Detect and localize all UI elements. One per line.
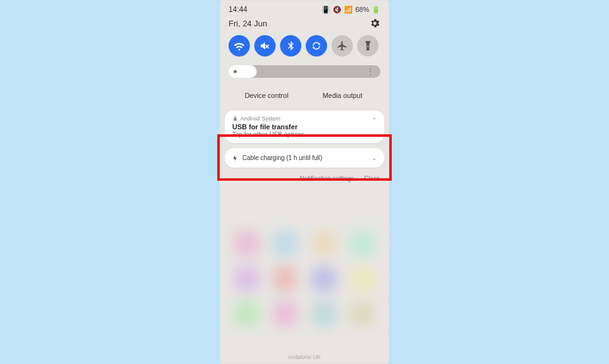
airplane-icon bbox=[337, 40, 348, 51]
media-output-button[interactable]: Media output bbox=[304, 87, 380, 104]
phone-frame: 14:44 📳 🔇 📶 68% 🔋 Fri, 24 Jun ⋮ Device c… bbox=[220, 0, 389, 364]
airplane-toggle[interactable] bbox=[331, 35, 353, 56]
flashlight-icon bbox=[362, 40, 374, 51]
device-control-button[interactable]: Device control bbox=[229, 87, 304, 104]
autorotate-toggle[interactable] bbox=[306, 35, 327, 56]
quick-toggle-row bbox=[220, 33, 389, 59]
bolt-icon bbox=[232, 155, 239, 161]
status-icons: 📳 🔇 📶 68% 🔋 bbox=[321, 6, 380, 14]
gear-icon[interactable] bbox=[369, 18, 380, 29]
vibrate-icon: 📳 bbox=[321, 6, 330, 14]
wifi-icon bbox=[234, 40, 245, 51]
mute-toggle[interactable] bbox=[254, 35, 276, 56]
clock: 14:44 bbox=[229, 5, 247, 14]
battery-icon: 🔋 bbox=[372, 6, 380, 14]
notification-source: Android System bbox=[240, 115, 281, 122]
homescreen-blur bbox=[220, 226, 389, 364]
chevron-up-icon[interactable]: ⌃ bbox=[372, 117, 377, 124]
bluetooth-toggle[interactable] bbox=[280, 35, 301, 56]
chevron-down-icon[interactable]: ⌄ bbox=[372, 154, 377, 161]
usb-notification[interactable]: Android System USB for file transfer Tap… bbox=[225, 110, 384, 143]
notification-settings-link[interactable]: Notification settings bbox=[299, 175, 354, 182]
brightness-fill bbox=[229, 65, 257, 78]
brightness-menu-icon[interactable]: ⋮ bbox=[367, 67, 374, 76]
brightness-thumb-icon bbox=[234, 70, 237, 73]
clear-link[interactable]: Clear bbox=[364, 175, 379, 182]
brightness-slider[interactable]: ⋮ bbox=[229, 65, 380, 78]
battery-text: 68% bbox=[355, 6, 369, 13]
date-label: Fri, 24 Jun bbox=[229, 19, 267, 28]
flashlight-toggle[interactable] bbox=[357, 35, 379, 56]
mute-icon bbox=[259, 40, 271, 51]
charging-text: Cable charging (1 h until full) bbox=[242, 154, 322, 161]
carrier-label: vodafone UK bbox=[220, 354, 389, 360]
notification-subtitle: Tap for other USB options. bbox=[232, 131, 377, 138]
status-bar: 14:44 📳 🔇 📶 68% 🔋 bbox=[220, 0, 389, 15]
bluetooth-icon bbox=[285, 40, 296, 51]
wifi-toggle[interactable] bbox=[229, 35, 250, 56]
android-icon bbox=[232, 116, 238, 122]
charging-notification[interactable]: Cable charging (1 h until full) ⌄ bbox=[225, 148, 384, 168]
signal-icon: 📶 bbox=[344, 6, 353, 14]
notification-title: USB for file transfer bbox=[232, 123, 377, 131]
autorotate-icon bbox=[311, 40, 322, 51]
volume-icon: 🔇 bbox=[333, 6, 342, 14]
